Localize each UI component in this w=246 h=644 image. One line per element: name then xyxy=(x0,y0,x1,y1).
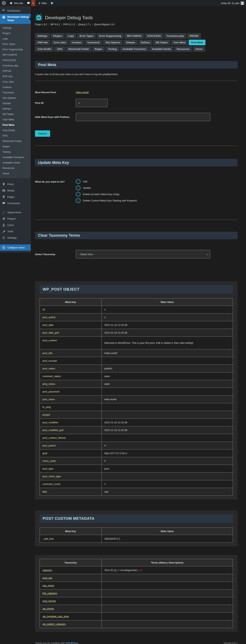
taxonomy-link[interactable]: category xyxy=(40,566,102,574)
radio-button-icon[interactable] xyxy=(76,186,81,190)
sidebar-item-developer-debug-tools[interactable]: W Developer Debug Tools xyxy=(0,14,31,24)
tab-db-tables[interactable]: DB Tables xyxy=(153,40,170,45)
wp-logo-menu[interactable]: W xyxy=(0,0,8,6)
sidebar-item-settings[interactable]: Settings xyxy=(0,234,31,241)
sidebar-subitem-htaccess[interactable]: HTACCESS xyxy=(0,58,31,63)
hide-prefix-input[interactable] xyxy=(76,113,210,121)
tab-error-suppressing[interactable]: Error Suppressing xyxy=(97,33,123,39)
radio-option-delete-custom-meta-keys-starting-with-keyword[interactable]: Delete Custom Meta Keys Starting with Ke… xyxy=(76,198,137,203)
sidebar-subitem-regex[interactable]: Regex xyxy=(0,144,31,149)
sidebar-subitem-apis[interactable]: APIs xyxy=(0,133,31,138)
tab-htaccess[interactable]: HTACCESS xyxy=(145,33,163,39)
sidebar-item-posts[interactable]: Posts xyxy=(0,181,31,188)
radio-option-add[interactable]: Add xyxy=(76,179,137,184)
site-name-menu[interactable]: Test site xyxy=(8,0,25,6)
radio-option-update[interactable]: Update xyxy=(76,186,137,190)
sidebar-subitem-functions-php[interactable]: Functions.php xyxy=(0,63,31,68)
tab-site-options[interactable]: Site Options xyxy=(103,40,123,45)
collapse-menu-button[interactable]: Collapse menu xyxy=(0,244,31,251)
sidebar-item-plugins[interactable]: Plugins xyxy=(0,216,31,222)
sidebar-subitem-php-info[interactable]: PHP Info xyxy=(0,74,31,79)
tab-user-meta[interactable]: User Meta xyxy=(171,40,188,45)
radio-button-icon[interactable] xyxy=(76,179,81,184)
tab-regex[interactable]: Regex xyxy=(92,46,105,52)
sidebar-item-comments[interactable]: Comments xyxy=(0,200,31,206)
most-recent-post-link[interactable]: Hello world! xyxy=(76,91,89,94)
tab-about[interactable]: About xyxy=(193,46,205,52)
tab-functions-php[interactable]: Functions.php xyxy=(164,33,186,39)
tab-settings[interactable]: Settings xyxy=(35,33,50,39)
tab-testing[interactable]: Testing xyxy=(106,46,119,52)
tab-logs[interactable]: Logs xyxy=(65,33,76,39)
taxonomy-link[interactable]: wp_theme xyxy=(40,605,102,612)
sidebar-subitem-site-options[interactable]: Site Options xyxy=(0,95,31,100)
sidebar-subitem-logs[interactable]: Logs xyxy=(0,36,31,41)
taxonomy-link[interactable]: link_category xyxy=(40,590,102,597)
user-menu[interactable]: (User ID: 1) user xyxy=(219,0,246,6)
tab-resources[interactable]: Resources xyxy=(174,46,192,52)
sidebar-subitem-defines[interactable]: Defines xyxy=(0,106,31,111)
sidebar-item-pages[interactable]: Pages xyxy=(0,194,31,200)
sidebar-item-dashboard[interactable]: Dashboard xyxy=(0,6,31,14)
radio-option-delete-custom-meta-keys-only-[interactable]: Delete (Custom Meta Keys Only) xyxy=(76,192,137,197)
wordpress-link[interactable]: WordPress xyxy=(66,642,78,644)
tab-shortcode-finder[interactable]: Shortcode Finder xyxy=(66,46,92,52)
taxonomy-link[interactable]: post_tag xyxy=(40,574,102,582)
sidebar-subitem-cron-jobs[interactable]: Cron Jobs xyxy=(0,79,31,84)
sidebar-subitem-transients[interactable]: Transients xyxy=(0,90,31,95)
sidebar-subitem-available-functions[interactable]: Available Functions xyxy=(0,154,31,160)
sidebar-subitem-resources[interactable]: Resources xyxy=(0,165,31,171)
sidebar: Dashboard W Developer Debug Tools Settin… xyxy=(0,6,31,253)
tab-apis[interactable]: APIs xyxy=(55,46,65,52)
new-menu[interactable]: + New xyxy=(37,0,49,6)
comments-count-badge[interactable]: 0 xyxy=(31,0,35,6)
sidebar-subitem-php-ini[interactable]: PHP.INI xyxy=(0,68,31,74)
sidebar-subitem-db-tables[interactable]: DB Tables xyxy=(0,111,31,117)
tab-defines[interactable]: Defines xyxy=(138,40,152,45)
sidebar-item-media[interactable]: Media xyxy=(0,188,31,194)
radio-button-icon[interactable] xyxy=(76,192,81,197)
tab-globals[interactable]: Globals xyxy=(123,40,138,45)
sidebar-item-appearance[interactable]: Appearance xyxy=(0,209,31,216)
sidebar-item-tools[interactable]: Tools xyxy=(0,228,31,234)
column-header-meta-value: Meta Value xyxy=(102,298,233,306)
debug-tools-shortcut-menu[interactable] xyxy=(49,0,56,6)
tab-auto-drafts[interactable]: Auto-Drafts xyxy=(35,46,54,52)
sidebar-subitem-auto-drafts[interactable]: Auto-Drafts xyxy=(0,128,31,133)
sidebar-subitem-plugins[interactable]: Plugins xyxy=(0,30,31,36)
sidebar-subitem-settings[interactable]: Settings xyxy=(0,25,31,30)
radio-button-icon[interactable] xyxy=(76,198,81,203)
sidebar-subitem-about[interactable]: About xyxy=(0,171,31,176)
update-action-question: What do you want to do? xyxy=(35,179,76,203)
tab-plugins[interactable]: Plugins xyxy=(51,33,65,39)
sidebar-subitem-globals[interactable]: Globals xyxy=(0,100,31,106)
sidebar-subitem-shortcode-finder[interactable]: Shortcode Finder xyxy=(0,138,31,144)
sidebar-subitem-post-meta[interactable]: Post Meta xyxy=(0,122,31,128)
sidebar-subitem-error-suppressing[interactable]: Error Suppressing xyxy=(0,46,31,52)
tab-php-ini[interactable]: PHP.INI xyxy=(187,33,201,39)
sidebar-subitem-available-hooks[interactable]: Available Hooks xyxy=(0,160,31,165)
tab-transients[interactable]: Transients xyxy=(85,40,102,45)
tab-available-hooks[interactable]: Available Hooks xyxy=(149,46,174,52)
taxonomy-link[interactable]: wp_template_part_area xyxy=(40,612,102,620)
search-button[interactable]: Search xyxy=(35,130,50,137)
sidebar-subitem-cookies[interactable]: Cookies xyxy=(0,84,31,90)
tab-cron-jobs[interactable]: Cron Jobs xyxy=(51,40,68,45)
tab-cookies[interactable]: Cookies xyxy=(69,40,84,45)
comments-menu[interactable] xyxy=(25,0,31,6)
sidebar-subitem-wp-config[interactable]: WP-CONFIG xyxy=(0,52,31,58)
tab-available-functions[interactable]: Available Functions xyxy=(120,46,148,52)
tab-wp-config[interactable]: WP-CONFIG xyxy=(124,33,144,39)
tab-post-meta[interactable]: Post Meta xyxy=(189,40,205,45)
taxonomy-link[interactable]: nav_menu xyxy=(40,582,102,590)
taxonomy-select[interactable]: -- Select One -- xyxy=(76,250,210,258)
sidebar-subitem-testing[interactable]: Testing xyxy=(0,149,31,154)
post-id-input[interactable] xyxy=(76,99,108,107)
taxonomy-link[interactable]: post_format xyxy=(40,597,102,605)
sidebar-subitem-error-types[interactable]: Error Types xyxy=(0,41,31,46)
tab-error-types[interactable]: Error Types xyxy=(77,33,96,39)
sidebar-subitem-user-meta[interactable]: User Meta xyxy=(0,117,31,122)
sidebar-item-users[interactable]: Users xyxy=(0,222,31,228)
tab-php-info[interactable]: PHP Info xyxy=(35,40,50,45)
taxonomy-link[interactable]: wp_pattern_category xyxy=(40,620,102,628)
